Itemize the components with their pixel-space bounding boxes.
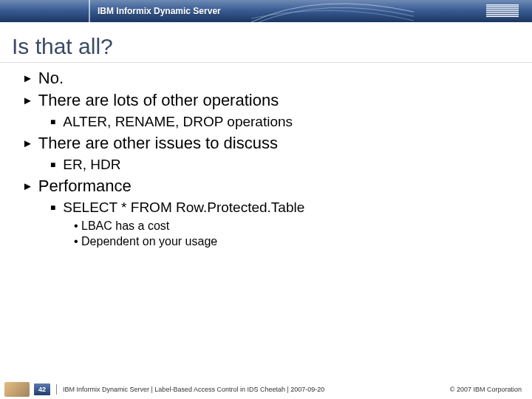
subbullet-er-hdr: ■ ER, HDR [50,157,517,173]
bullet-text: Dependent on your usage [81,235,217,248]
square-bullet-icon: ■ [50,160,55,170]
bullet-text: SELECT * FROM Row.Protected.Table [63,200,304,216]
square-bullet-icon: ■ [50,202,55,213]
triangle-bullet-icon: ► [22,180,33,192]
subbullet-select-query: ■ SELECT * FROM Row.Protected.Table [50,200,517,216]
header-bar: IBM Informix Dynamic Server [0,0,532,22]
subbullet-alter-rename-drop: ■ ALTER, RENAME, DROP operations [50,114,517,130]
bullet-performance: ► Performance [22,177,517,196]
triangle-bullet-icon: ► [22,137,33,149]
header-accent-block [0,0,90,22]
footer-decorative-icon [4,382,30,397]
footer-bar: 42 IBM Informix Dynamic Server | Label-B… [0,380,532,399]
svg-rect-3 [486,10,519,11]
bullet-text: ER, HDR [63,157,120,173]
page-number: 42 [34,383,50,395]
footer-text: IBM Informix Dynamic Server | Label-Base… [63,386,450,393]
square-bullet-icon: ■ [50,117,55,127]
bullet-text: LBAC has a cost [81,219,169,232]
bullet-text: ALTER, RENAME, DROP operations [63,114,293,130]
slide-body: ► No. ► There are lots of other operatio… [0,63,532,248]
bullet-no: ► No. [22,69,517,88]
bullet-lots-ops: ► There are lots of other operations [22,91,517,110]
svg-rect-1 [486,7,519,7]
subsubbullet-usage: • Dependent on your usage [74,235,517,248]
bullet-text: There are lots of other operations [38,91,279,110]
bullet-text: No. [38,69,64,88]
svg-rect-2 [486,8,519,9]
svg-rect-0 [486,4,519,5]
triangle-bullet-icon: ► [22,72,33,84]
footer-separator [56,384,57,395]
bullet-other-issues: ► There are other issues to discuss [22,134,517,153]
ibm-logo-icon [486,4,519,18]
svg-rect-6 [486,16,519,17]
bullet-text: Performance [38,177,132,196]
product-name: IBM Informix Dynamic Server [90,6,221,16]
svg-rect-4 [486,12,519,13]
subsubbullet-lbac-cost: • LBAC has a cost [74,219,517,233]
footer-copyright: © 2007 IBM Corporation [450,386,532,393]
triangle-bullet-icon: ► [22,94,33,106]
slide-title: Is that all? [0,22,532,63]
header-swoosh [251,0,414,22]
bullet-text: There are other issues to discuss [38,134,278,153]
svg-rect-5 [486,14,519,15]
